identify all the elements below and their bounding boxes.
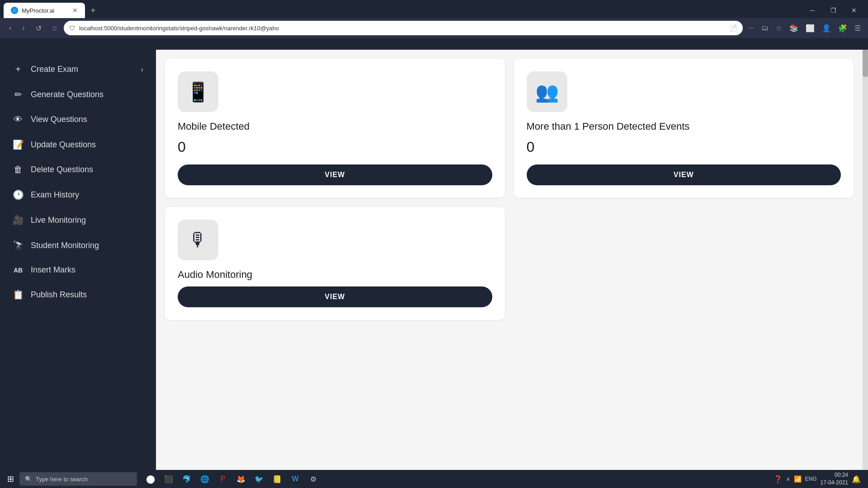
tab-manager-icon[interactable]: ⬜ xyxy=(804,22,816,34)
sidebar-item-delete-questions[interactable]: 🗑 Delete Questions xyxy=(0,157,156,182)
chevron-right-icon: › xyxy=(141,66,143,74)
taskbar-clock[interactable]: 00:24 17-04-2021 xyxy=(821,471,848,487)
language-label: ENG xyxy=(805,476,817,482)
taskbar-app-mysql[interactable]: 🐬 xyxy=(179,471,195,487)
sidebar-label-student-monitoring: Student Monitoring xyxy=(31,241,99,250)
notification-icon[interactable]: ❓ xyxy=(774,475,783,483)
pencil-icon: ✏ xyxy=(13,89,24,100)
taskbar-app-unknown1[interactable]: 🐦 xyxy=(251,471,267,487)
mobile-icon: 📱 xyxy=(186,81,210,103)
microphone-icon: 🎙 xyxy=(189,229,208,251)
tab-title: MyProctor.ai xyxy=(22,7,54,14)
sidebar-item-view-questions[interactable]: 👁 View Questions xyxy=(0,107,156,132)
sidebar-label-generate-questions: Generate Questions xyxy=(31,90,104,99)
sidebar-label-create-exam: Create Exam xyxy=(31,65,78,74)
tab-close-button[interactable]: ✕ xyxy=(72,7,78,14)
multiple-person-view-button[interactable]: VIEW xyxy=(527,164,841,185)
close-button[interactable]: ✕ xyxy=(844,3,864,18)
app1-icon: 🐦 xyxy=(255,475,264,483)
sidebar-item-student-monitoring[interactable]: 🔭 Student Monitoring xyxy=(0,233,156,258)
taskbar-app-firefox[interactable]: 🦊 xyxy=(233,471,249,487)
refresh-button[interactable]: ↺ xyxy=(32,22,45,34)
shield-icon: 🛡 xyxy=(69,24,75,32)
edge-icon: 🌐 xyxy=(200,475,209,483)
sidebar-item-exam-history[interactable]: 🕐 Exam History xyxy=(0,182,156,207)
persons-icon-wrapper: 👥 xyxy=(527,71,567,112)
sidebar-label-publish-results: Publish Results xyxy=(31,290,87,300)
audio-monitoring-card: 🎙 Audio Monitoring VIEW xyxy=(165,207,505,320)
video-icon: 🎥 xyxy=(13,215,24,225)
sidebar-label-delete-questions: Delete Questions xyxy=(31,165,93,174)
extensions-icon[interactable]: 🧩 xyxy=(836,22,849,34)
multiple-person-title: More than 1 Person Detected Events xyxy=(527,120,841,133)
tab-favicon xyxy=(11,7,18,14)
eye-icon: 👁 xyxy=(13,114,24,125)
sidebar-label-exam-history: Exam History xyxy=(31,190,79,200)
taskbar-app-word[interactable]: W xyxy=(287,471,303,487)
profile-icon[interactable]: 👤 xyxy=(820,22,833,34)
wifi-icon[interactable]: 📶 xyxy=(794,475,802,483)
edit-icon: 📝 xyxy=(13,139,24,150)
cards-row-top: 📱 Mobile Detected 0 VIEW 👥 More than 1 P… xyxy=(165,59,854,198)
taskbar-search[interactable]: 🔍 Type here to search xyxy=(19,472,137,486)
home-button[interactable]: ⌂ xyxy=(49,22,61,34)
scroll-indicator[interactable] xyxy=(863,50,868,470)
menu-icon[interactable]: ☰ xyxy=(853,22,863,34)
history-icon: 🕐 xyxy=(13,189,24,200)
sidebar-item-update-questions[interactable]: 📝 Update Questions xyxy=(0,132,156,157)
sidebar-item-insert-marks[interactable]: AB Insert Marks xyxy=(0,258,156,282)
restore-button[interactable]: ❐ xyxy=(823,3,844,18)
taskbar-right-area: ❓ ∧ 📶 ENG 00:24 17-04-2021 🔔 xyxy=(774,471,864,487)
settings-icon: ⚙ xyxy=(310,475,316,483)
powerpoint-icon: P xyxy=(221,475,226,483)
binoculars-icon: 🔭 xyxy=(13,240,24,251)
taskbar-search-text: Type here to search xyxy=(36,476,88,483)
multiple-person-card: 👥 More than 1 Person Detected Events 0 V… xyxy=(514,59,854,198)
taskbar-app-notepad[interactable]: 📒 xyxy=(269,471,285,487)
address-bar[interactable]: 🛡 localhost:5000/studentmonitoringstats/… xyxy=(64,21,742,35)
back-button[interactable]: ‹ xyxy=(5,22,15,34)
audio-monitoring-view-button[interactable]: VIEW xyxy=(178,286,492,307)
mobile-icon-wrapper: 📱 xyxy=(178,71,218,112)
sidebar-item-generate-questions[interactable]: ✏ Generate Questions xyxy=(0,82,156,107)
sidebar-item-publish-results[interactable]: 📋 Publish Results xyxy=(0,282,156,307)
new-tab-button[interactable]: + xyxy=(87,5,99,16)
sidebar-label-insert-marks: Insert Marks xyxy=(31,265,75,275)
sidebar-item-create-exam[interactable]: + Create Exam › xyxy=(0,57,156,82)
firefox-icon: 🦊 xyxy=(236,475,245,483)
taskbar-app-task-view[interactable]: ⬛ xyxy=(160,471,177,487)
mobile-detected-count: 0 xyxy=(178,139,492,155)
mysql-icon: 🐬 xyxy=(182,475,191,483)
sidebar-item-live-monitoring[interactable]: 🎥 Live Monitoring xyxy=(0,207,156,233)
mobile-detected-view-button[interactable]: VIEW xyxy=(178,164,492,185)
bookmark-icon[interactable]: ☆ xyxy=(774,22,784,34)
taskbar-date-text: 17-04-2021 xyxy=(821,479,848,487)
more-options-button[interactable]: ··· xyxy=(746,22,756,34)
bookmarks-icon[interactable]: 📚 xyxy=(788,22,800,34)
clipboard-icon: 📋 xyxy=(13,289,24,300)
plus-icon: + xyxy=(13,64,24,75)
browser-tab[interactable]: MyProctor.ai ✕ xyxy=(4,3,85,18)
window-controls: ─ ❐ ✕ xyxy=(802,3,864,18)
taskbar-app-settings[interactable]: ⚙ xyxy=(305,471,321,487)
main-layout: + Create Exam › ✏ Generate Questions 👁 V… xyxy=(0,50,868,470)
taskbar: ⊞ 🔍 Type here to search ⬤ ⬛ 🐬 🌐 P 🦊 🐦 📒 xyxy=(0,470,868,488)
content-area: 📱 Mobile Detected 0 VIEW 👥 More than 1 P… xyxy=(156,50,863,470)
notification-badge[interactable]: 🔔 xyxy=(852,475,861,483)
taskbar-app-powerpoint[interactable]: P xyxy=(215,471,231,487)
sidebar-label-view-questions: View Questions xyxy=(31,115,87,124)
taskbar-app-edge[interactable]: 🌐 xyxy=(197,471,213,487)
mobile-detected-card: 📱 Mobile Detected 0 VIEW xyxy=(165,59,505,198)
notepad-icon: 📒 xyxy=(273,475,282,483)
sidebar-label-live-monitoring: Live Monitoring xyxy=(31,216,86,225)
taskbar-app-cortana[interactable]: ⬤ xyxy=(142,471,159,487)
address-text: localhost:5000/studentmonitoringstats/st… xyxy=(79,25,726,32)
start-button[interactable]: ⊞ xyxy=(4,472,18,486)
minimize-button[interactable]: ─ xyxy=(802,3,823,18)
marks-icon: AB xyxy=(13,267,24,274)
forward-button[interactable]: › xyxy=(19,22,28,34)
search-icon: 🔍 xyxy=(25,476,32,483)
pocket-icon[interactable]: 🗂 xyxy=(760,22,770,34)
taskbar-apps: ⬤ ⬛ 🐬 🌐 P 🦊 🐦 📒 W ⚙ xyxy=(142,471,321,487)
caret-icon[interactable]: ∧ xyxy=(786,476,790,482)
